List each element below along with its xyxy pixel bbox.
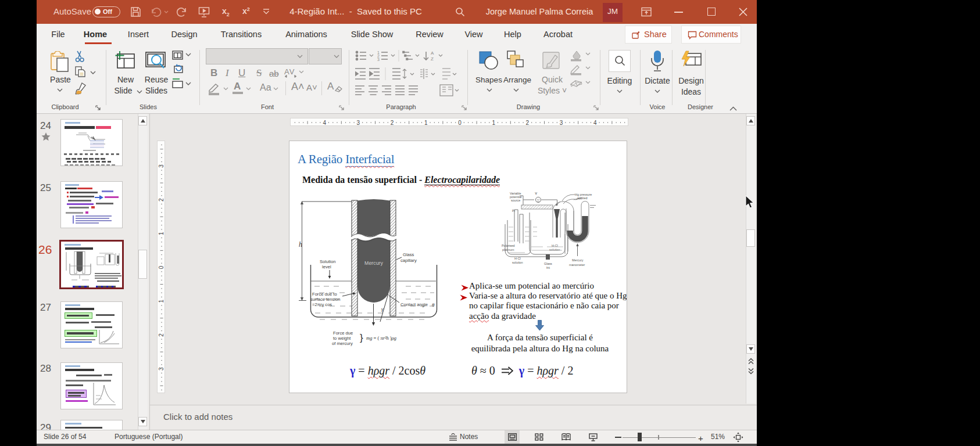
svg-text:Mercury: Mercury bbox=[572, 258, 584, 262]
svg-text:1: 1 bbox=[424, 120, 428, 126]
svg-text:2: 2 bbox=[158, 198, 164, 202]
svg-text:=2πrγ cos: =2πrγ cos bbox=[312, 302, 332, 307]
svg-text:solution: solution bbox=[512, 261, 523, 264]
svg-text:3: 3 bbox=[377, 57, 380, 62]
svg-text:θ: θ bbox=[432, 302, 435, 308]
svg-text:0: 0 bbox=[158, 265, 164, 269]
svg-text:V: V bbox=[535, 192, 538, 195]
svg-text:mg = ( πr²h )ρg: mg = ( πr²h )ρg bbox=[366, 335, 396, 341]
svg-text:Contact angle: Contact angle bbox=[400, 302, 428, 307]
svg-text:applied: applied bbox=[577, 196, 587, 200]
svg-text:3: 3 bbox=[560, 120, 563, 126]
svg-text:A: A bbox=[431, 51, 434, 56]
svg-text:0: 0 bbox=[458, 120, 462, 126]
svg-text:h: h bbox=[299, 240, 302, 249]
svg-text:of mercury: of mercury bbox=[332, 341, 353, 346]
svg-text:level: level bbox=[322, 264, 331, 269]
svg-text:}: } bbox=[360, 332, 363, 343]
svg-text:source: source bbox=[511, 199, 520, 202]
svg-text:surface tension: surface tension bbox=[310, 297, 341, 302]
svg-text:manometer: manometer bbox=[569, 263, 585, 267]
svg-text:Force due: Force due bbox=[333, 330, 353, 336]
svg-text:Solution: Solution bbox=[320, 259, 335, 264]
svg-text:Z: Z bbox=[431, 56, 434, 62]
svg-text:3: 3 bbox=[357, 120, 360, 126]
svg-text:Mercury: Mercury bbox=[364, 260, 383, 266]
svg-text:4: 4 bbox=[593, 120, 597, 126]
svg-text:γ: γ bbox=[381, 306, 384, 312]
svg-text:3: 3 bbox=[158, 367, 164, 371]
svg-text:solution: solution bbox=[549, 248, 560, 251]
svg-text:Glass: Glass bbox=[544, 262, 552, 265]
svg-text:Glass: Glass bbox=[403, 252, 414, 257]
svg-text:1: 1 bbox=[492, 120, 495, 126]
svg-text:2: 2 bbox=[158, 333, 164, 337]
svg-text:to weight: to weight bbox=[333, 336, 351, 341]
svg-text:frit: frit bbox=[546, 266, 550, 269]
svg-text:1: 1 bbox=[158, 299, 164, 303]
svg-text:H-Cl: H-Cl bbox=[514, 257, 521, 260]
svg-text:platinum: platinum bbox=[502, 248, 514, 251]
svg-text:2: 2 bbox=[526, 120, 530, 126]
svg-text:2: 2 bbox=[391, 120, 394, 126]
svg-text:Force due to: Force due to bbox=[312, 292, 337, 297]
svg-text:4: 4 bbox=[323, 120, 326, 126]
svg-text:1: 1 bbox=[158, 232, 164, 235]
svg-text:3: 3 bbox=[158, 164, 164, 168]
svg-text:capillary: capillary bbox=[400, 258, 417, 263]
